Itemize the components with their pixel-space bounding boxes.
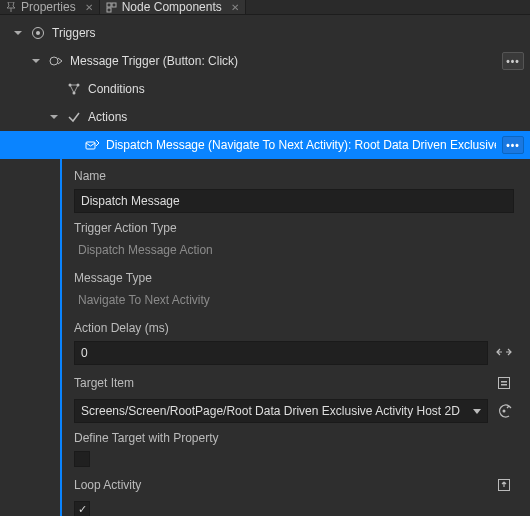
locate-target-icon[interactable] — [494, 401, 514, 421]
details-panel: Name Trigger Action Type Dispatch Messag… — [60, 159, 524, 516]
target-item-select[interactable]: Screens/Screen/RootPage/Root Data Driven… — [74, 399, 488, 423]
node-label: Dispatch Message (Navigate To Next Activ… — [106, 138, 496, 152]
loop-activity-checkbox[interactable] — [74, 501, 90, 516]
value-trigger-action-type: Dispatch Message Action — [74, 241, 514, 263]
label-loop-activity: Loop Activity — [74, 475, 514, 495]
close-icon[interactable]: ✕ — [231, 2, 239, 13]
svg-point-4 — [36, 31, 40, 35]
svg-rect-0 — [107, 3, 111, 7]
tab-label: Node Components — [122, 0, 222, 14]
label-action-delay: Action Delay (ms) — [74, 321, 514, 335]
expander-icon[interactable] — [30, 55, 42, 67]
expander-icon[interactable] — [12, 27, 24, 39]
svg-point-13 — [503, 410, 506, 413]
component-tree: Triggers Message Trigger (Button: Click)… — [0, 15, 530, 159]
tree-row-conditions[interactable]: Conditions — [0, 75, 530, 103]
node-label: Triggers — [52, 26, 524, 40]
more-button[interactable]: ••• — [502, 52, 524, 70]
tree-row-triggers[interactable]: Triggers — [0, 19, 530, 47]
panel-root: Properties ✕ Node Components ✕ Triggers — [0, 0, 530, 516]
value-message-type: Navigate To Next Activity — [74, 291, 514, 313]
node-component-icon — [106, 2, 117, 13]
label-name: Name — [74, 169, 514, 183]
node-label: Message Trigger (Button: Click) — [70, 54, 496, 68]
tab-properties[interactable]: Properties ✕ — [0, 0, 100, 14]
label-trigger-action-type: Trigger Action Type — [74, 221, 514, 235]
pin-icon — [6, 2, 16, 12]
close-icon[interactable]: ✕ — [85, 2, 93, 13]
svg-rect-10 — [499, 378, 510, 389]
svg-point-5 — [50, 57, 58, 65]
tree-row-actions[interactable]: Actions — [0, 103, 530, 131]
tab-node-components[interactable]: Node Components ✕ — [100, 0, 246, 14]
action-delay-input[interactable] — [74, 341, 488, 365]
browse-target-icon[interactable] — [494, 373, 514, 393]
label-message-type: Message Type — [74, 271, 514, 285]
tab-label: Properties — [21, 0, 76, 14]
expander-icon[interactable] — [48, 111, 60, 123]
label-loop-activity-text: Loop Activity — [74, 478, 141, 492]
conditions-icon — [66, 81, 82, 97]
svg-rect-2 — [107, 8, 111, 12]
export-property-icon[interactable] — [494, 475, 514, 495]
define-target-checkbox[interactable] — [74, 451, 90, 467]
svg-rect-11 — [501, 381, 507, 383]
triggers-icon — [30, 25, 46, 41]
label-define-target: Define Target with Property — [74, 431, 514, 445]
svg-rect-1 — [112, 3, 116, 7]
tab-bar: Properties ✕ Node Components ✕ — [0, 0, 530, 15]
tree-row-message-trigger[interactable]: Message Trigger (Button: Click) ••• — [0, 47, 530, 75]
svg-rect-12 — [501, 384, 507, 386]
dispatch-icon — [84, 137, 100, 153]
actions-icon — [66, 109, 82, 125]
message-trigger-icon — [48, 53, 64, 69]
node-label: Conditions — [88, 82, 524, 96]
label-target-item: Target Item — [74, 373, 514, 393]
target-item-value: Screens/Screen/RootPage/Root Data Driven… — [81, 404, 460, 418]
name-input[interactable] — [74, 189, 514, 213]
more-button[interactable]: ••• — [502, 136, 524, 154]
node-label: Actions — [88, 110, 524, 124]
link-arrows-icon[interactable] — [494, 343, 514, 363]
tree-row-dispatch-message[interactable]: Dispatch Message (Navigate To Next Activ… — [0, 131, 530, 159]
label-target-item-text: Target Item — [74, 376, 134, 390]
